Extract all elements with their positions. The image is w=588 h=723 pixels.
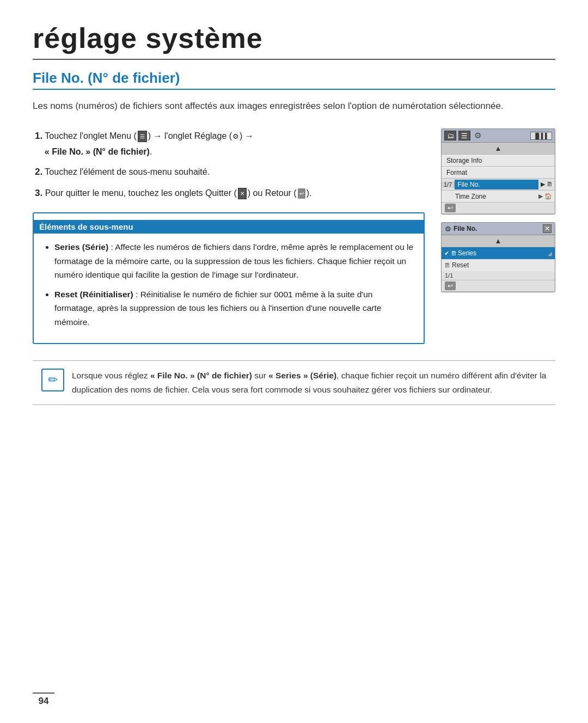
close-btn: ✕ [543, 224, 552, 233]
step-3-num: 3. [35, 188, 42, 198]
reset-folder-icon: 🖹 [444, 262, 450, 268]
camera-widget-2: ⚙ File No. ✕ ▲ ✔ 🖹 Series ◢ 🖹 Reset [441, 222, 555, 292]
section-heading: File No. (N° de fichier) [33, 70, 555, 90]
widget1-nav-row: ↩ [442, 203, 555, 214]
note-bold-2: « Series » (Série) [268, 371, 336, 380]
folder-icon: 🗂 [444, 131, 456, 140]
submenu-box: Éléments de sous-menu Series (Série) : A… [33, 212, 425, 344]
step-2-num: 2. [35, 167, 42, 177]
widget2-up-arrow: ▲ [442, 235, 555, 247]
widget1-page-indicator: 1/7 [442, 181, 455, 188]
submenu-title: Éléments de sous-menu [34, 220, 424, 234]
widget1-header: 🗂 ☰ ⚙ ▐▌▌▌ [442, 129, 555, 143]
back-icon: ↩ [298, 188, 305, 199]
step-3: 3. Pour quitter le menu, touchez les ong… [33, 186, 425, 201]
widget2-nav-row: 1/1 [442, 271, 555, 280]
right-column: 🗂 ☰ ⚙ ▐▌▌▌ ▲ Storage Info Format 1/7 Fil… [441, 128, 555, 344]
steps-list: 1. Touchez l'onglet Menu (☰) → l'onglet … [33, 128, 425, 201]
widget2-page: 1/1 [445, 272, 453, 279]
widget2-series-row: ✔ 🖹 Series ◢ [442, 247, 555, 259]
up-arrow-2-icon: ▲ [495, 237, 502, 245]
time-zone-label: Time Zone [444, 193, 538, 200]
step-2: 2. Touchez l'élément de sous-menu souhai… [33, 164, 425, 180]
series-corner: ◢ [548, 250, 552, 256]
check-icon: ✔ [444, 250, 449, 257]
battery-icon: ▐▌▌▌ [530, 132, 552, 140]
file-no-label: File No. [455, 180, 538, 189]
series-folder-icon: 🖹 [451, 250, 457, 256]
camera-widget-1: 🗂 ☰ ⚙ ▐▌▌▌ ▲ Storage Info Format 1/7 Fil… [441, 128, 555, 215]
widget1-row-format: Format [442, 167, 555, 179]
reset-label: Reset [452, 261, 469, 269]
main-content: 1. Touchez l'onglet Menu (☰) → l'onglet … [33, 128, 555, 344]
widget2-title: File No. [451, 225, 543, 232]
step-1-num: 1. [35, 131, 42, 141]
note-icon: ✏ [41, 369, 64, 391]
series-label: Series [458, 249, 476, 257]
widget1-up-arrow: ▲ [442, 143, 555, 155]
widget2-gear-icon: ⚙ [445, 225, 451, 233]
note-box: ✏ Lorsque vous réglez « File No. » (N° d… [33, 360, 555, 405]
storage-info-label: Storage Info [444, 157, 552, 164]
widget2-reset-row: 🖹 Reset [442, 259, 555, 271]
submenu-list: Series (Série) : Affecte les numéros de … [44, 240, 414, 329]
file-no-arrow: ▶ 🖹 [538, 181, 555, 188]
intro-text: Les noms (numéros) de fichiers sont affe… [33, 99, 555, 113]
back-btn-1: ↩ [445, 204, 456, 212]
up-arrow-icon: ▲ [495, 144, 502, 152]
timezone-arrow: ▶ 🏠 [538, 193, 552, 200]
step-1: 1. Touchez l'onglet Menu (☰) → l'onglet … [33, 128, 425, 159]
widget1-row-fileno: 1/7 File No. ▶ 🖹 [442, 179, 555, 191]
submenu-item-series: Series (Série) : Affecte les numéros de … [54, 240, 414, 282]
reset-term: Reset (Réinitialiser) [54, 290, 133, 299]
format-label: Format [444, 169, 552, 176]
back-btn-2: ↩ [445, 281, 456, 290]
left-column: 1. Touchez l'onglet Menu (☰) → l'onglet … [33, 128, 425, 344]
note-bold-1: « File No. » (N° de fichier) [150, 371, 252, 380]
submenu-item-reset: Reset (Réinitialiser) : Réinitialise le … [54, 287, 414, 329]
page-title: réglage système [33, 22, 555, 60]
series-term: Series (Série) [54, 242, 108, 252]
list-icon: ☰ [458, 131, 470, 140]
widget2-header: ⚙ File No. ✕ [442, 223, 555, 235]
widget2-back-row: ↩ [442, 280, 555, 292]
quit-icon: ✕ [238, 188, 247, 199]
widget1-row-timezone: Time Zone ▶ 🏠 [442, 191, 555, 203]
menu-icon: ☰ [138, 131, 147, 142]
page-number: 94 [33, 693, 54, 707]
step-1-bold: « File No. » (N° de fichier) [45, 147, 150, 156]
widget1-gear-icon: ⚙ [474, 131, 481, 140]
note-text: Lorsque vous réglez « File No. » (N° de … [72, 369, 547, 396]
widget1-row-storage: Storage Info [442, 155, 555, 167]
gear-icon: ⚙ [232, 131, 239, 143]
